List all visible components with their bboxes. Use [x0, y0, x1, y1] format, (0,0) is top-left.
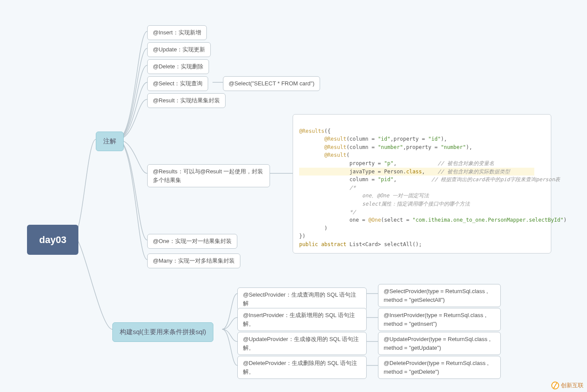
root-label: day03: [39, 234, 66, 245]
node-select[interactable]: @Select：实现查询: [147, 76, 208, 91]
node-insertprovider-sub[interactable]: @InsertProvider(type = ReturnSql.class ,…: [378, 308, 501, 331]
watermark: 创新互联: [551, 382, 584, 389]
node-select-sub[interactable]: @Select("SELECT * FROM card"): [223, 76, 320, 91]
node-deleteprovider-sub[interactable]: @DeleteProvider(type = ReturnSql.class ,…: [378, 356, 501, 379]
branch-buildsql[interactable]: 构建sql(主要用来条件拼接sql): [112, 322, 213, 342]
node-selectprovider[interactable]: @SelectProvider：生成查询用的 SQL 语句注解: [237, 287, 367, 311]
branch-buildsql-label: 构建sql(主要用来条件拼接sql): [120, 328, 206, 335]
node-deleteprovider[interactable]: @DeleteProvider：生成删除用的 SQL 语句注解。: [237, 356, 367, 379]
node-result[interactable]: @Result：实现结果集封装: [147, 93, 226, 108]
node-insertprovider[interactable]: @InsertProvider：生成新增用的 SQL 语句注解。: [237, 308, 367, 331]
branch-annotation[interactable]: 注解: [96, 132, 124, 151]
branch-annotation-label: 注解: [103, 137, 116, 145]
code-results-example: @Results({ @Result(column = "id",propert…: [293, 114, 551, 253]
watermark-logo-icon: [551, 382, 559, 389]
node-many[interactable]: @Many：实现一对多结果集封装: [147, 253, 240, 268]
node-update[interactable]: @Update：实现更新: [147, 42, 211, 57]
node-insert[interactable]: @Insert：实现新增: [147, 25, 207, 40]
node-one[interactable]: @One：实现一对一结果集封装: [147, 234, 237, 249]
node-updateprovider[interactable]: @UpdateProvider：生成修改用的 SQL 语句注解。: [237, 332, 367, 355]
root-node[interactable]: day03: [27, 225, 78, 255]
node-updateprovider-sub[interactable]: @UpdateProvider(type = ReturnSql.class ,…: [378, 332, 501, 355]
watermark-text: 创新互联: [561, 382, 584, 389]
node-delete[interactable]: @Delete：实现删除: [147, 59, 209, 74]
node-selectprovider-sub[interactable]: @SelectProvider(type = ReturnSql.class ,…: [378, 284, 501, 307]
node-results[interactable]: @Results：可以与@Result 一起使用，封装多个结果集: [147, 164, 270, 187]
